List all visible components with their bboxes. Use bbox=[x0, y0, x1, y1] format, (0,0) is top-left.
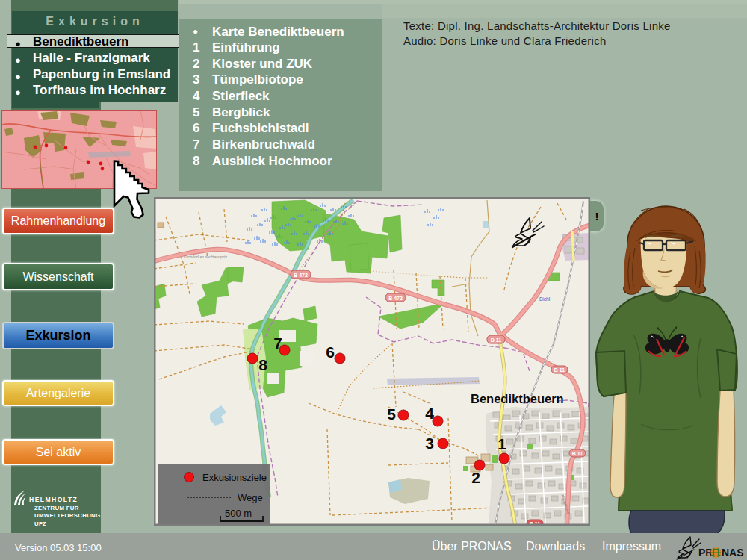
svg-text:NAS: NAS bbox=[722, 547, 744, 559]
svg-text:B 11: B 11 bbox=[572, 451, 583, 456]
svg-text:Bichl: Bichl bbox=[539, 296, 551, 302]
svg-text:5: 5 bbox=[387, 405, 396, 423]
svg-text:7: 7 bbox=[273, 335, 282, 352]
svg-text:B 472: B 472 bbox=[294, 273, 308, 278]
svg-text:6: 6 bbox=[326, 343, 335, 361]
svg-text:3: 3 bbox=[425, 435, 434, 452]
svg-text:B 11: B 11 bbox=[491, 337, 502, 343]
svg-text:500 m: 500 m bbox=[225, 508, 252, 519]
svg-text:1: 1 bbox=[498, 435, 506, 452]
svg-text:Exkusionsziele: Exkusionsziele bbox=[202, 472, 267, 483]
svg-text:Kirchdorf an der Haunpolz: Kirchdorf an der Haunpolz bbox=[184, 255, 228, 259]
svg-text:B 472: B 472 bbox=[388, 296, 403, 301]
svg-text:B 11: B 11 bbox=[554, 367, 565, 373]
svg-text:2: 2 bbox=[471, 469, 480, 486]
svg-text:8: 8 bbox=[258, 356, 267, 373]
svg-text:Wege: Wege bbox=[238, 492, 263, 503]
svg-text:4: 4 bbox=[425, 405, 434, 422]
svg-text:Benediktbeuern: Benediktbeuern bbox=[471, 392, 564, 405]
